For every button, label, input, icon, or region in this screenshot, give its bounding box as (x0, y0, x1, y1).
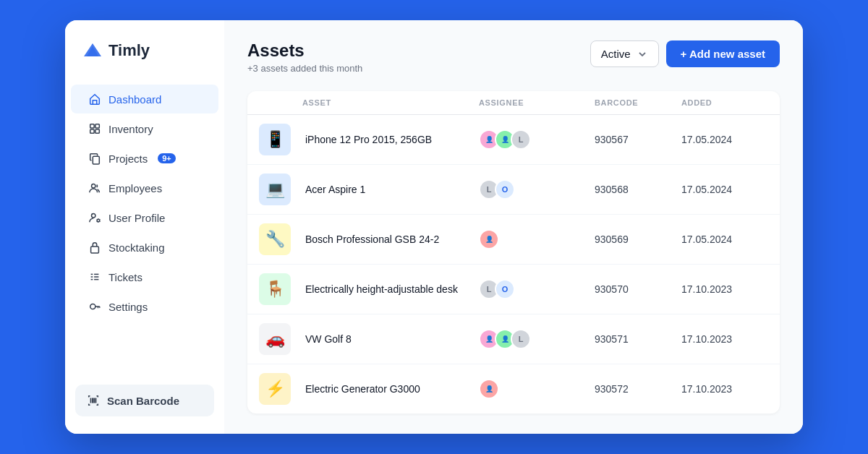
barcode-value: 930572 (595, 383, 681, 395)
added-date: 17.10.2023 (681, 333, 768, 345)
barcode-icon (87, 394, 100, 407)
sidebar-item-label-tickets: Tickets (109, 271, 142, 283)
barcode-value: 930568 (595, 184, 681, 195)
add-asset-label: + Add new asset (681, 48, 765, 60)
table-header: ASSET ASSIGNEE BARCODE ADDED (247, 91, 780, 115)
header-actions: Active + Add new asset (590, 40, 780, 67)
page-title: Assets (247, 40, 362, 61)
logo-text: Timly (109, 41, 150, 60)
users-icon (88, 181, 101, 194)
sidebar-item-label-settings: Settings (109, 301, 148, 313)
avatar: 👤 (479, 379, 499, 399)
svg-rect-4 (93, 156, 99, 164)
table-row[interactable]: ⚡ Electric Generator G3000 👤 930572 17.1… (247, 364, 780, 414)
asset-thumbnail: 🔧 (259, 223, 291, 255)
barcode-value: 930571 (595, 333, 681, 345)
sidebar-item-label-employees: Employees (109, 182, 162, 194)
table-row[interactable]: 💻 Acer Aspire 1 L O 930568 17.05.2024 (247, 165, 780, 215)
sidebar-item-label-stocktaking: Stocktaking (109, 241, 165, 254)
added-date: 17.05.2024 (681, 234, 768, 245)
added-date: 17.05.2024 (681, 184, 768, 195)
sidebar-item-label-dashboard: Dashboard (109, 93, 161, 106)
nav-list: Dashboard Inventory Projects 9+ (65, 84, 224, 376)
asset-thumbnail: 📱 (259, 124, 291, 155)
asset-name: Bosch Professional GSB 24-2 (302, 234, 479, 245)
filter-label: Active (601, 48, 631, 60)
asset-name: Acer Aspire 1 (302, 184, 479, 195)
table-row[interactable]: 🪑 Electrically height-adjustable desk L … (247, 265, 780, 314)
svg-rect-8 (91, 247, 99, 253)
svg-rect-3 (95, 129, 99, 133)
svg-point-6 (92, 214, 95, 218)
sidebar-item-dashboard[interactable]: Dashboard (71, 85, 218, 113)
app-window: Timly Dashboard Inventory (65, 20, 803, 434)
assignee-avatars: 👤 👤 L (479, 129, 595, 150)
added-date: 17.10.2023 (681, 283, 768, 295)
asset-name: Electric Generator G3000 (302, 383, 479, 395)
col-assignee: ASSIGNEE (479, 98, 595, 107)
assets-table: ASSET ASSIGNEE BARCODE ADDED 📱 iPhone 12… (247, 91, 780, 414)
svg-point-15 (90, 304, 95, 309)
assets-subtitle: +3 assets added this month (247, 63, 362, 74)
user-cog-icon (88, 211, 101, 224)
col-asset: ASSET (302, 98, 479, 107)
key-icon (88, 300, 101, 313)
assets-header: Assets +3 assets added this month Active… (247, 40, 780, 74)
col-added: ADDED (681, 98, 768, 107)
table-row[interactable]: 🔧 Bosch Professional GSB 24-2 👤 930569 1… (247, 215, 780, 265)
assets-title-group: Assets +3 assets added this month (247, 40, 362, 74)
sidebar-item-inventory[interactable]: Inventory (71, 114, 218, 143)
avatar: L (511, 129, 531, 150)
sidebar: Timly Dashboard Inventory (65, 20, 224, 434)
sidebar-item-tickets[interactable]: Tickets (71, 262, 218, 291)
added-date: 17.10.2023 (681, 383, 768, 395)
table-row[interactable]: 🚗 VW Golf 8 👤 👤 L 930571 17.10.2023 (247, 314, 780, 364)
sidebar-item-stocktaking[interactable]: Stocktaking (71, 233, 218, 262)
asset-name: iPhone 12 Pro 2015, 256GB (302, 134, 479, 145)
sidebar-item-label-projects: Projects (109, 153, 148, 165)
assignee-avatars: L O (479, 279, 595, 299)
sidebar-item-settings[interactable]: Settings (71, 292, 218, 321)
grid-icon (88, 122, 101, 135)
asset-name: VW Golf 8 (302, 333, 479, 345)
assignee-avatars: 👤 👤 L (479, 329, 595, 349)
asset-thumbnail: 🚗 (259, 323, 291, 355)
scan-barcode-button[interactable]: Scan Barcode (75, 385, 214, 416)
logo-icon (82, 40, 103, 61)
avatar: 👤 (479, 229, 499, 249)
filter-dropdown[interactable]: Active (590, 40, 659, 67)
svg-point-7 (97, 219, 100, 222)
svg-rect-1 (95, 124, 99, 128)
asset-thumbnail: 💻 (259, 174, 291, 205)
assignee-avatars: 👤 (479, 379, 595, 399)
col-thumb (259, 98, 302, 107)
lock-icon (88, 241, 101, 254)
asset-thumbnail: 🪑 (259, 273, 291, 305)
asset-name: Electrically height-adjustable desk (302, 283, 479, 295)
barcode-value: 930567 (595, 134, 681, 145)
added-date: 17.05.2024 (681, 134, 768, 145)
main-content: Assets +3 assets added this month Active… (224, 20, 803, 434)
avatar: O (495, 279, 515, 299)
sidebar-item-employees[interactable]: Employees (71, 174, 218, 202)
assignee-avatars: L O (479, 179, 595, 200)
svg-rect-2 (90, 129, 94, 133)
copy-icon (88, 152, 101, 165)
sidebar-item-user-profile[interactable]: User Profile (71, 203, 218, 232)
projects-badge: 9+ (158, 153, 176, 163)
sidebar-item-projects[interactable]: Projects 9+ (71, 144, 218, 173)
home-icon (88, 93, 101, 106)
barcode-value: 930570 (595, 283, 681, 295)
asset-thumbnail: ⚡ (259, 373, 291, 405)
logo: Timly (65, 40, 224, 84)
barcode-value: 930569 (595, 234, 681, 245)
list-icon (88, 270, 101, 283)
scan-barcode-label: Scan Barcode (107, 395, 179, 407)
avatar: L (511, 329, 531, 349)
add-asset-button[interactable]: + Add new asset (666, 40, 780, 67)
table-row[interactable]: 📱 iPhone 12 Pro 2015, 256GB 👤 👤 L 930567… (247, 115, 780, 165)
sidebar-item-label-inventory: Inventory (109, 123, 153, 135)
avatar: O (495, 179, 515, 200)
sidebar-item-label-user-profile: User Profile (109, 212, 165, 224)
assignee-avatars: 👤 (479, 229, 595, 249)
